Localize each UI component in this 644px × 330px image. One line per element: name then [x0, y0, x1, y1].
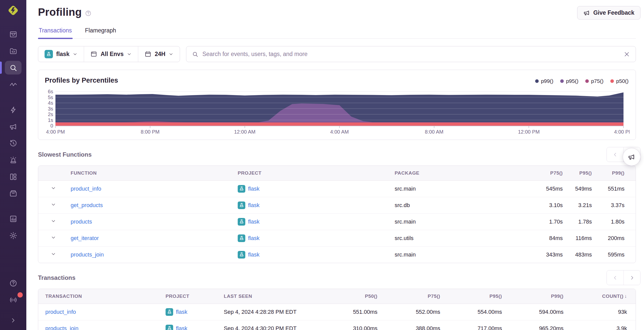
column-header-package[interactable]: PACKAGE [393, 166, 524, 180]
search-input[interactable] [202, 51, 620, 58]
row-expander[interactable] [38, 230, 69, 246]
legend-item-p95[interactable]: p95() [560, 78, 578, 84]
sidebar-item-whats-new[interactable] [5, 293, 22, 307]
give-feedback-button[interactable]: Give Feedback [577, 6, 640, 20]
project-link[interactable]: flask [248, 218, 259, 225]
function-link[interactable]: product_info [71, 186, 101, 192]
chevron-right-icon [10, 317, 16, 324]
cell-p75: 84ms [524, 230, 565, 246]
sentry-logo[interactable] [6, 4, 20, 17]
column-header-last_seen[interactable]: LAST SEEN [222, 289, 317, 304]
function-link[interactable]: products_join [71, 251, 104, 258]
tab-transactions[interactable]: Transactions [38, 26, 73, 38]
sidebar-item-settings[interactable] [5, 229, 22, 242]
help-icon[interactable] [85, 10, 92, 17]
window-icon [90, 51, 97, 58]
svg-text:5s: 5s [48, 95, 53, 100]
row-expander[interactable] [38, 246, 69, 263]
legend-item-p50[interactable]: p50() [610, 78, 629, 84]
tab-flamegraph[interactable]: Flamegraph [84, 26, 117, 38]
project-link[interactable]: flask [176, 325, 187, 330]
sidebar-item-alerts[interactable] [5, 153, 22, 167]
cell-p95: 3.21s [565, 197, 594, 213]
cell-p75: 1.70s [524, 213, 565, 230]
sidebar-item-projects[interactable] [5, 44, 22, 58]
cell-transaction: product_info [38, 304, 164, 320]
column-header-p75[interactable]: P75() [379, 289, 442, 304]
sidebar-item-performance[interactable] [5, 103, 22, 117]
legend-item-p99[interactable]: p99() [535, 78, 553, 84]
sidebar-item-traces[interactable] [5, 78, 22, 91]
cell-package: src.db [393, 197, 524, 213]
project-link[interactable]: flask [248, 251, 259, 258]
slowest-functions-card: FUNCTIONPROJECTPACKAGEP75()P95()P99()pro… [38, 166, 636, 263]
cell-project: flask [236, 180, 393, 197]
page-title: Profiling [38, 6, 82, 18]
next-page-button[interactable] [623, 270, 640, 285]
sidebar-item-stats[interactable] [5, 212, 22, 226]
sidebar-item-releases[interactable] [5, 187, 22, 200]
sidebar-item-dashboards[interactable] [5, 170, 22, 184]
sidebar-item-issues[interactable] [5, 27, 22, 41]
function-link[interactable]: get_iterator [71, 235, 99, 241]
project-link[interactable]: flask [248, 186, 259, 192]
function-link[interactable]: get_products [71, 202, 103, 208]
environment-filter[interactable]: All Envs [84, 46, 138, 62]
cell-count: 93k [566, 304, 636, 320]
cell-project: flask [236, 230, 393, 246]
row-expander[interactable] [38, 197, 69, 213]
project-link[interactable]: flask [248, 202, 259, 209]
row-expander[interactable] [38, 213, 69, 230]
transaction-row: products_joinflaskSep 4, 2024 4:30:20 PM… [38, 320, 636, 330]
sidebar-item-feedback[interactable] [5, 120, 22, 133]
flask-project-icon [166, 325, 173, 330]
column-header-p75[interactable]: P75() [524, 166, 565, 180]
chevron-left-icon [612, 275, 618, 281]
chevron-right-icon [629, 275, 635, 281]
chevron-down-icon [51, 218, 56, 225]
function-row: get_productsflasksrc.db3.10s3.21s3.37s [38, 197, 636, 213]
chevron-down-icon [73, 52, 77, 57]
function-link[interactable]: products [71, 218, 92, 225]
transactions-header: Transactions [38, 270, 640, 285]
date-range-filter[interactable]: 24H [138, 46, 180, 62]
cell-project: flask [236, 213, 393, 230]
row-expander[interactable] [38, 180, 69, 197]
sidebar-item-help[interactable] [5, 276, 22, 290]
sidebar-item-explore[interactable] [5, 61, 22, 75]
sidebar-item-replays[interactable] [5, 136, 22, 150]
column-header-p99[interactable]: P99() [504, 289, 566, 304]
chevron-down-icon [51, 186, 56, 192]
column-header-p95[interactable]: P95() [565, 166, 594, 180]
column-header-p99[interactable]: P99() [594, 166, 636, 180]
column-header-p95[interactable]: P95() [442, 289, 504, 304]
cell-function: products [69, 213, 236, 230]
prev-page-button[interactable] [607, 270, 623, 285]
cell-p75: 552.00ms [379, 304, 442, 320]
legend-label: p99() [541, 78, 553, 84]
column-header-project[interactable]: PROJECT [164, 289, 222, 304]
cell-p99: 3.37s [594, 197, 636, 213]
column-header-p50[interactable]: P50() [317, 289, 379, 304]
column-header-function[interactable]: FUNCTION [69, 166, 236, 180]
project-link[interactable]: flask [248, 235, 259, 242]
notification-badge [17, 292, 23, 298]
sidebar-collapse-button[interactable] [8, 315, 18, 325]
project-link[interactable]: flask [176, 309, 187, 315]
chevron-down-icon [51, 202, 56, 208]
column-header-count[interactable]: COUNT()↓ [566, 289, 636, 304]
column-header-transaction[interactable]: TRANSACTION [38, 289, 164, 304]
column-header-project[interactable]: PROJECT [236, 166, 393, 180]
transaction-link[interactable]: product_info [45, 309, 76, 315]
clear-search-icon[interactable] [623, 51, 630, 58]
legend-item-p75[interactable]: p75() [585, 78, 603, 84]
project-filter[interactable]: flask [38, 46, 84, 62]
cell-package: src.utils [393, 230, 524, 246]
feedback-widget-button[interactable] [623, 148, 640, 166]
percentiles-chart[interactable]: 4:00 PM8:00 PM12:00 AM4:00 AM8:00 AM12:0… [45, 87, 629, 137]
broadcast-icon [9, 296, 17, 304]
percentiles-chart-card: Profiles by Percentiles p99()p95()p75()p… [38, 70, 636, 140]
cell-package: src.main [393, 246, 524, 263]
transaction-link[interactable]: products_join [45, 325, 78, 330]
prev-page-button[interactable] [607, 147, 623, 162]
